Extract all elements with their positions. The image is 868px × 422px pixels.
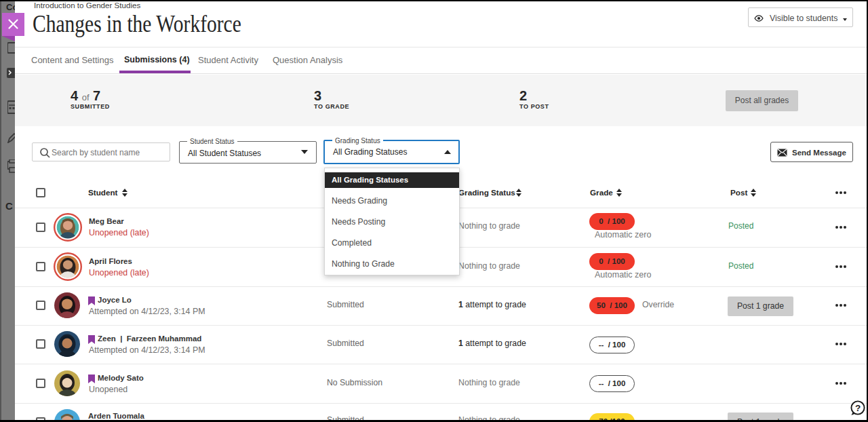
svg-text:?: ? (855, 403, 861, 413)
